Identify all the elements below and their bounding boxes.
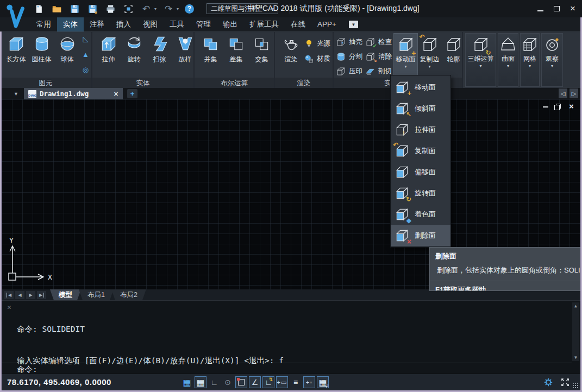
drawing-minimize-icon[interactable] [542,103,549,109]
polar-toggle[interactable]: ⊙ [222,376,234,388]
extrude-button[interactable]: 拉伸 [96,34,121,64]
print-icon[interactable] [104,3,116,15]
lineweight-toggle[interactable]: ≡ [290,376,302,388]
copy-edge-dropdown-icon[interactable]: ▾ [428,64,430,69]
menu-item-move-face[interactable]: + 移动面 [391,77,450,98]
dynamic-input-toggle[interactable]: +▭ [276,376,288,388]
menu-item-rotate-face[interactable]: ↻ 旋转面 [391,182,450,204]
sphere-button[interactable]: 球体 [54,34,80,64]
add-selected-toggle[interactable]: +▫ [303,376,315,388]
document-list-dropdown-icon[interactable]: ▼ [14,91,18,97]
drawing-restore-icon[interactable] [555,103,562,109]
tab-tools[interactable]: 工具 [164,17,190,31]
undo-icon[interactable]: ↶ [140,3,152,15]
next-layout-icon[interactable]: ▶ [26,291,35,299]
surface-dropdown-icon[interactable]: ▾ [507,64,509,68]
intersect-button[interactable]: 交集 [249,34,274,64]
tab-annotate[interactable]: 注释 [84,17,110,31]
tab-layout2[interactable]: 布局2 [111,289,146,300]
tab-scroll-right-icon[interactable]: ▷ [570,88,578,98]
clean-button[interactable]: ↘ 清除 [365,50,393,63]
tab-online[interactable]: 在线 [285,17,311,31]
redo-icon[interactable]: ↷ [162,3,174,15]
last-layout-icon[interactable]: ▶ [37,291,46,299]
observe-panel-button[interactable]: 观察 ▾ [541,33,563,87]
save-as-icon[interactable] [86,3,98,15]
document-tab[interactable]: DWG Drawing1.dwg × [24,88,123,99]
observe-dropdown-icon[interactable]: ▾ [551,64,553,68]
mesh-panel-button[interactable]: 网格 ▾ [520,33,540,87]
menu-item-delete-face[interactable]: × 删除面 [391,225,450,246]
app-logo-icon[interactable] [5,2,28,31]
op3d-dropdown-icon[interactable]: ▾ [479,64,481,68]
tab-layout1[interactable]: 布局1 [79,289,114,300]
redo-dropdown-icon[interactable]: ▾ [177,7,179,11]
tab-express[interactable]: 扩展工具 [243,17,285,31]
tab-manage[interactable]: 管理 [190,17,217,31]
new-document-button[interactable]: + [127,89,137,98]
light-button[interactable]: 光源 [304,37,330,50]
close-document-icon[interactable]: × [114,89,118,99]
tab-output[interactable]: 输出 [217,17,243,31]
surface-panel-button[interactable]: 曲面 ▾ [498,33,518,87]
command-scrollbar[interactable]: ▲ ▼ [572,302,579,361]
shell-button[interactable]: ▪ 抽壳 [336,35,364,48]
material-button[interactable]: 材质 [304,52,330,65]
maximize-button[interactable] [553,5,560,12]
slice-button[interactable]: 剖切 [365,65,393,78]
ribbon-options-dropdown-icon[interactable]: ▼ [349,21,358,28]
cylinder-button[interactable]: 圆柱体 [29,34,54,64]
loft-button[interactable]: 放样 [172,34,198,64]
drawing-close-icon[interactable]: × [568,103,575,109]
scroll-up-icon[interactable]: ▲ [574,304,577,308]
snap-toggle[interactable]: ▦ [181,376,193,388]
tab-solid[interactable]: 实体 [57,17,84,31]
check-button[interactable]: ✔ 检查 [365,35,393,48]
scroll-down-icon[interactable]: ▼ [574,355,577,360]
object-snap-toggle[interactable] [235,376,247,388]
profile-button[interactable]: 轮廓 [442,34,465,78]
command-line-panel[interactable]: ✕ 命令: SOLIDEDIT 输入实体编辑选项 [面(F)/边(E)/体(B)… [2,300,580,374]
grid-toggle[interactable]: ▦ [195,376,206,388]
menu-item-color-face[interactable]: ◆ 着色面 [391,204,450,225]
fullscreen-icon[interactable] [560,377,571,388]
move-face-dropdown-icon[interactable]: ▾ [404,64,406,69]
new-file-icon[interactable] [33,3,45,15]
separate-button[interactable]: 分割 [336,50,364,63]
menu-item-copy-face[interactable]: ↶ 复制面 [391,140,450,161]
minimize-button[interactable] [536,5,544,12]
close-button[interactable]: × [569,5,577,12]
ortho-toggle[interactable]: ∟ [208,376,220,388]
mesh-dropdown-icon[interactable]: ▾ [529,64,531,68]
dynamic-ucs-toggle[interactable]: ∟↯ [262,376,274,388]
box-button[interactable]: 长方体 [3,34,29,64]
prev-layout-icon[interactable]: ◀ [15,291,24,299]
viewport-toggle[interactable]: ▦↲ [317,376,329,388]
revolve-button[interactable]: 旋转 [121,34,147,64]
imprint-button[interactable]: 压印 [336,65,364,78]
command-panel-close-icon[interactable]: ✕ [7,303,11,311]
torus-icon[interactable]: ◎ [83,66,89,73]
undo-dropdown-icon[interactable]: ▾ [154,7,157,11]
settings-gear-icon[interactable] [543,377,554,388]
tab-app-plus[interactable]: APP+ [311,17,342,31]
union-button[interactable]: 并集 [198,34,223,64]
tab-insert[interactable]: 插入 [110,17,137,31]
resize-grip[interactable] [573,383,579,389]
wedge-icon[interactable]: ◺ [83,35,88,42]
tab-home[interactable]: 常用 [30,17,57,31]
menu-item-extrude-face[interactable]: ↑ 拉伸面 [391,119,450,140]
subtract-button[interactable]: 差集 [223,34,249,64]
object-track-toggle[interactable]: ∠ [249,376,261,388]
open-file-icon[interactable] [51,3,62,15]
selection-box-icon[interactable] [122,3,134,15]
op3d-panel-button[interactable]: ↻ 三维运算 ▾ [465,33,496,87]
menu-item-offset-face[interactable]: 偏移面 [391,161,450,182]
help-icon[interactable]: ? [185,4,194,14]
move-face-button[interactable]: + 移动面 ▾ [394,34,417,78]
cone-icon[interactable]: ▲ [82,51,89,58]
sweep-button[interactable]: 扫掠 [147,34,172,64]
first-layout-icon[interactable]: ◀ [4,291,14,299]
tab-scroll-left-icon[interactable]: ◁ [559,88,567,98]
tab-model[interactable]: 模型 [50,289,81,300]
